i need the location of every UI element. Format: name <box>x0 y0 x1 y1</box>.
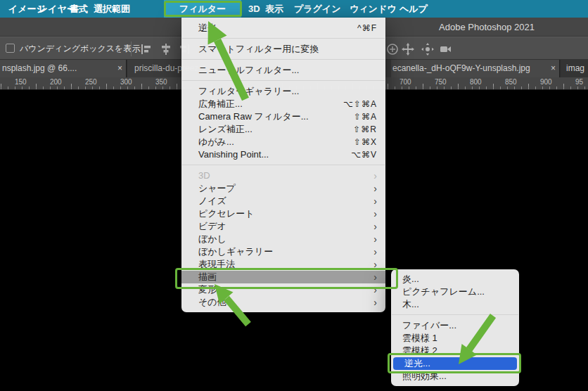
menu-item-label: ビデオ <box>198 220 226 233</box>
3d-orbit-icon[interactable] <box>385 42 400 56</box>
menu-item[interactable]: Vanishing Point...⌥⌘V <box>181 148 385 161</box>
menu-item-label: 炎... <box>402 273 419 286</box>
document-tab-active[interactable]: ecanella-_dH-oQF9w-Y-unsplash.jpg × <box>391 60 560 77</box>
photoshop-window: イメージレイヤー書式選択範囲フィルター3D表示プラグインウィンドウヘルプ Ado… <box>0 0 588 391</box>
align-left-icon[interactable] <box>139 42 153 56</box>
menu-item-label: ゆがみ... <box>198 136 234 148</box>
menu-item-label: ノイズ <box>198 195 226 207</box>
menubar-item[interactable]: プラグイン <box>294 0 341 18</box>
window-title: Adobe Photoshop 2021 <box>385 18 588 37</box>
menu-item[interactable]: Camera Raw フィルター...⇧⌘A <box>181 110 385 123</box>
menubar-item[interactable]: 表示 <box>265 0 283 18</box>
menu-item[interactable]: スマートフィルター用に変換 <box>181 43 385 56</box>
menu-item-label: スマートフィルター用に変換 <box>198 43 319 56</box>
ruler-number: 800 <box>470 78 482 86</box>
menu-item[interactable]: 雲模様 1 <box>391 332 519 345</box>
menu-item[interactable]: ピクセレート› <box>181 207 385 220</box>
menu-item[interactable]: ゆがみ...⇧⌘X <box>181 136 385 148</box>
menubar-item[interactable]: ウィンドウ <box>350 0 397 18</box>
tab-title: nsplash.jpg @ 66.... <box>2 60 77 77</box>
menu-item-shortcut: ⇧⌘A <box>354 110 377 123</box>
ruler-number: 95 <box>575 78 583 86</box>
submenu-arrow-icon: › <box>373 207 377 220</box>
menu-item-label: 木... <box>402 298 419 311</box>
ruler-number: 750 <box>435 78 447 86</box>
menu-item[interactable]: ピクチャフレーム... <box>391 286 519 298</box>
bounding-box-label: バウンディングボックスを表示 <box>20 37 140 60</box>
menu-item[interactable]: 炎... <box>391 273 519 286</box>
menu-item-label: その他 <box>198 296 226 309</box>
menu-item-label: フィルターギャラリー... <box>198 85 299 98</box>
menu-item-label: ニューラルフィルター... <box>198 64 299 77</box>
menubar-item[interactable]: 3D <box>248 0 260 18</box>
menubar-item[interactable]: 選択範囲 <box>94 0 130 18</box>
menu-item-label: シャープ <box>198 182 236 195</box>
ruler-number: 250 <box>85 78 97 86</box>
tab-title: imag <box>566 60 584 77</box>
menu-item-label: ピクチャフレーム... <box>402 286 485 298</box>
menubar: イメージレイヤー書式選択範囲フィルター3D表示プラグインウィンドウヘルプ <box>0 0 588 18</box>
submenu-arrow-icon: › <box>373 195 377 207</box>
menu-item-shortcut: ⇧⌘X <box>354 136 377 148</box>
menubar-item[interactable]: ヘルプ <box>400 0 428 18</box>
menu-item[interactable]: ファイバー... <box>391 319 519 332</box>
menu-item[interactable]: 逆光^⌘F <box>181 22 385 34</box>
submenu-arrow-icon: › <box>373 169 377 182</box>
annotation-box-filter <box>164 1 242 17</box>
annotation-box-render <box>175 268 398 289</box>
menu-item-shortcut: ⇧⌘R <box>353 123 377 136</box>
menu-item-label: 逆光 <box>198 22 217 34</box>
document-tab[interactable]: nsplash.jpg @ 66.... × <box>0 60 127 77</box>
menu-separator <box>182 59 385 60</box>
menu-item-label: ぼかしギャラリー <box>198 245 273 258</box>
menu-item-label: 雲模様 1 <box>402 332 437 345</box>
3d-move-icon[interactable] <box>401 42 415 56</box>
submenu-arrow-icon: › <box>373 296 377 309</box>
menu-item-label: レンズ補正... <box>198 123 253 136</box>
menu-item-shortcut: ^⌘F <box>357 22 377 34</box>
menu-item[interactable]: ニューラルフィルター... <box>181 64 385 77</box>
menu-separator <box>182 38 385 39</box>
menu-item[interactable]: ビデオ› <box>181 220 385 233</box>
annotation-box-lensflare <box>388 353 521 373</box>
menu-item[interactable]: その他› <box>181 296 385 309</box>
ruler-number: 850 <box>505 78 517 86</box>
menu-separator <box>392 314 518 315</box>
menu-item[interactable]: 広角補正...⌥⇧⌘A <box>181 98 385 110</box>
menu-item[interactable]: ノイズ› <box>181 195 385 207</box>
menu-item[interactable]: 木... <box>391 298 519 311</box>
bounding-box-checkbox[interactable] <box>6 44 15 53</box>
ruler-number: 700 <box>400 78 411 86</box>
menu-item[interactable]: フィルターギャラリー... <box>181 85 385 98</box>
menu-item-label: ファイバー... <box>402 319 456 332</box>
submenu-arrow-icon: › <box>373 245 377 258</box>
3d-camera-icon[interactable] <box>439 42 453 56</box>
menu-item[interactable]: ぼかし› <box>181 233 385 245</box>
menu-item-shortcut: ⌥⌘V <box>351 148 377 161</box>
tab-close-icon[interactable]: × <box>117 60 122 77</box>
menu-item: 3D› <box>181 169 385 182</box>
menu-item[interactable]: シャープ› <box>181 182 385 195</box>
menu-separator <box>182 165 385 165</box>
menu-item-label: 3D <box>198 169 210 182</box>
align-center-horizontal-icon[interactable] <box>159 42 173 56</box>
document-tab[interactable]: imag <box>561 60 588 77</box>
menu-separator <box>182 80 385 81</box>
ruler-number: 900 <box>540 78 552 86</box>
toolbar-divider <box>131 41 132 56</box>
submenu-arrow-icon: › <box>373 233 377 245</box>
menu-item-shortcut: ⌥⇧⌘A <box>343 98 377 110</box>
3d-pan-icon[interactable] <box>421 42 435 56</box>
ruler-number: 300 <box>120 78 132 86</box>
menu-item-label: 広角補正... <box>198 98 243 110</box>
menu-item-label: ぼかし <box>198 233 226 245</box>
menu-item[interactable]: レンズ補正...⇧⌘R <box>181 123 385 136</box>
submenu-arrow-icon: › <box>373 182 377 195</box>
menu-item-label: Camera Raw フィルター... <box>198 110 309 123</box>
tab-close-icon[interactable]: × <box>551 60 556 77</box>
menu-item-label: ピクセレート <box>198 207 255 220</box>
ruler-number: 200 <box>50 78 62 86</box>
ruler-number: 350 <box>155 78 167 86</box>
menu-item[interactable]: ぼかしギャラリー› <box>181 245 385 258</box>
menubar-item[interactable]: 書式 <box>70 0 88 18</box>
